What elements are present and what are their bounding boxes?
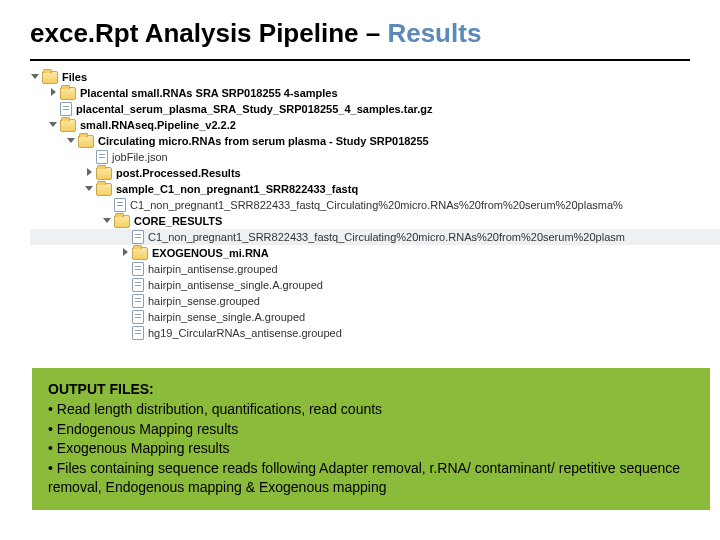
chevron-down-icon[interactable]	[48, 120, 58, 130]
tree-file[interactable]: hairpin_sense_single.A.grouped	[30, 309, 720, 325]
tree-label: C1_non_pregnant1_SRR822433_fastq_Circula…	[130, 199, 623, 211]
file-icon	[60, 102, 72, 116]
folder-icon	[78, 135, 94, 148]
file-icon	[132, 326, 144, 340]
tree-label: small.RNAseq.Pipeline_v2.2.2	[80, 119, 236, 131]
tree-label: jobFile.json	[112, 151, 168, 163]
tree-folder[interactable]: EXOGENOUS_mi.RNA	[30, 245, 720, 261]
tree-file[interactable]: hairpin_antisense.grouped	[30, 261, 720, 277]
tree-label: sample_C1_non_pregnant1_SRR822433_fastq	[116, 183, 358, 195]
tree-label: CORE_RESULTS	[134, 215, 222, 227]
file-icon	[132, 278, 144, 292]
tree-label: placental_serum_plasma_SRA_Study_SRP0182…	[76, 103, 432, 115]
tree-file[interactable]: hairpin_antisense_single.A.grouped	[30, 277, 720, 293]
file-icon	[96, 150, 108, 164]
folder-icon	[114, 215, 130, 228]
callout-heading: OUTPUT FILES:	[48, 380, 694, 400]
tree-folder[interactable]: CORE_RESULTS	[30, 213, 720, 229]
callout-line: • Exogenous Mapping results	[48, 439, 694, 459]
chevron-right-icon[interactable]	[84, 168, 94, 178]
tree-folder[interactable]: Files	[30, 69, 720, 85]
folder-icon	[42, 71, 58, 84]
callout-line: • Read length distribution, quantificati…	[48, 400, 694, 420]
tree-file[interactable]: jobFile.json	[30, 149, 720, 165]
tree-file[interactable]: hairpin_sense.grouped	[30, 293, 720, 309]
tree-folder[interactable]: small.RNAseq.Pipeline_v2.2.2	[30, 117, 720, 133]
file-icon	[132, 310, 144, 324]
tree-label: hg19_CircularRNAs_antisense.grouped	[148, 327, 342, 339]
chevron-down-icon[interactable]	[102, 216, 112, 226]
tree-label: post.Processed.Results	[116, 167, 241, 179]
tree-label: C1_non_pregnant1_SRR822433_fastq_Circula…	[148, 231, 625, 243]
tree-label: hairpin_sense.grouped	[148, 295, 260, 307]
folder-icon	[60, 87, 76, 100]
tree-folder[interactable]: sample_C1_non_pregnant1_SRR822433_fastq	[30, 181, 720, 197]
callout-line: • Files containing sequence reads follow…	[48, 459, 694, 498]
file-icon	[114, 198, 126, 212]
tree-label: hairpin_antisense.grouped	[148, 263, 278, 275]
slide: exce.Rpt Analysis Pipeline – Results Fil…	[0, 0, 720, 540]
chevron-down-icon[interactable]	[66, 136, 76, 146]
tree-label: hairpin_antisense_single.A.grouped	[148, 279, 323, 291]
folder-icon	[60, 119, 76, 132]
folder-icon	[96, 183, 112, 196]
folder-icon	[96, 167, 112, 180]
tree-file[interactable]: C1_non_pregnant1_SRR822433_fastq_Circula…	[30, 197, 720, 213]
title-pre: exce.Rpt Analysis Pipeline	[30, 18, 366, 48]
file-icon	[132, 262, 144, 276]
tree-folder[interactable]: Circulating micro.RNAs from serum plasma…	[30, 133, 720, 149]
tree-folder[interactable]: post.Processed.Results	[30, 165, 720, 181]
chevron-down-icon[interactable]	[84, 184, 94, 194]
tree-label: EXOGENOUS_mi.RNA	[152, 247, 269, 259]
file-tree: FilesPlacental small.RNAs SRA SRP018255 …	[0, 69, 720, 341]
callout-line: • Endogenous Mapping results	[48, 420, 694, 440]
tree-file[interactable]: hg19_CircularRNAs_antisense.grouped	[30, 325, 720, 341]
tree-label: Placental small.RNAs SRA SRP018255 4-sam…	[80, 87, 338, 99]
title-dash: –	[366, 18, 388, 48]
title-accent: Results	[387, 18, 481, 48]
tree-label: Files	[62, 71, 87, 83]
file-icon	[132, 230, 144, 244]
tree-file[interactable]: placental_serum_plasma_SRA_Study_SRP0182…	[30, 101, 720, 117]
title-rule	[30, 59, 690, 61]
file-icon	[132, 294, 144, 308]
tree-label: Circulating micro.RNAs from serum plasma…	[98, 135, 429, 147]
tree-label: hairpin_sense_single.A.grouped	[148, 311, 305, 323]
chevron-right-icon[interactable]	[120, 248, 130, 258]
output-files-callout: OUTPUT FILES: • Read length distribution…	[32, 368, 710, 510]
page-title: exce.Rpt Analysis Pipeline – Results	[0, 0, 720, 59]
chevron-right-icon[interactable]	[48, 88, 58, 98]
tree-file[interactable]: C1_non_pregnant1_SRR822433_fastq_Circula…	[30, 229, 720, 245]
chevron-down-icon[interactable]	[30, 72, 40, 82]
folder-icon	[132, 247, 148, 260]
tree-folder[interactable]: Placental small.RNAs SRA SRP018255 4-sam…	[30, 85, 720, 101]
